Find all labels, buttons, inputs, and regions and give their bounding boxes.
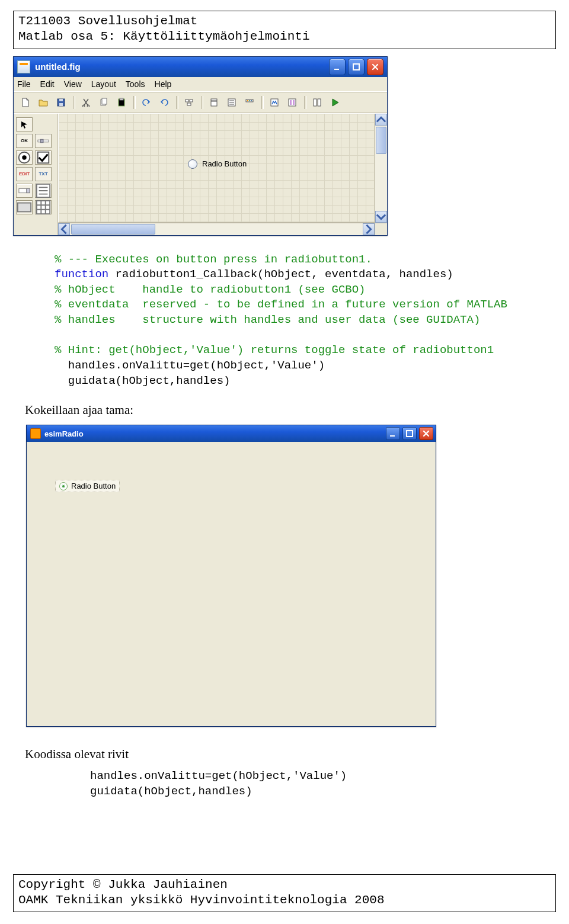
guide-menubar: File Edit View Layout Tools Help — [14, 77, 387, 92]
horizontal-scrollbar[interactable] — [58, 223, 375, 235]
tab-order-icon — [227, 98, 236, 107]
svg-rect-37 — [390, 435, 395, 437]
toolbar-property-inspector-button[interactable] — [284, 95, 301, 110]
toolbar-taborder-button[interactable] — [223, 95, 240, 110]
svg-rect-19 — [249, 100, 250, 101]
close-button[interactable] — [367, 59, 383, 75]
menu-layout[interactable]: Layout — [91, 79, 116, 89]
guide-app-icon — [17, 60, 30, 73]
toolbar-mfile-button[interactable] — [266, 95, 283, 110]
palette-select-tool[interactable] — [16, 117, 33, 131]
scroll-up-button[interactable] — [375, 114, 387, 126]
toolbar-separator — [176, 96, 178, 109]
esimradio-body: Radio Button — [27, 442, 436, 726]
scroll-right-button[interactable] — [363, 223, 375, 235]
esimradio-titlebar[interactable]: esimRadio — [27, 425, 436, 442]
palette-static-text[interactable]: TXT — [35, 167, 52, 181]
toolbar-copy-button[interactable] — [95, 95, 112, 110]
matlab-figure-icon — [30, 428, 41, 439]
svg-rect-22 — [289, 99, 296, 106]
canvas-radiobutton-widget[interactable]: Radio Button — [183, 158, 251, 170]
undo-icon — [142, 98, 151, 107]
code-line: guidata(hObject,handles) — [90, 785, 252, 798]
toolbar-paste-button[interactable] — [113, 95, 130, 110]
esimradio-radiobutton[interactable]: Radio Button — [55, 480, 120, 492]
vertical-scrollbar[interactable] — [375, 114, 387, 223]
palette-toggle[interactable] — [16, 200, 33, 214]
toolbar-redo-button[interactable] — [156, 95, 172, 110]
menu-view[interactable]: View — [64, 79, 82, 89]
svg-rect-20 — [251, 100, 252, 101]
table-icon — [36, 200, 51, 215]
svg-rect-26 — [318, 99, 321, 106]
code-line: guidata(hObject,handles) — [55, 374, 230, 387]
svg-rect-3 — [59, 103, 63, 106]
menu-tools[interactable]: Tools — [126, 79, 145, 89]
scroll-down-button[interactable] — [375, 211, 387, 223]
toolbar-browser-button[interactable] — [309, 95, 325, 110]
toolbar-separator — [261, 96, 264, 109]
horizontal-scroll-thumb[interactable] — [71, 224, 155, 235]
minimize-button[interactable] — [386, 427, 400, 440]
palette-checkbox[interactable] — [35, 150, 52, 165]
toolbar-toolbar-editor-button[interactable] — [241, 95, 258, 110]
toolbar-cut-button[interactable] — [78, 95, 94, 110]
palette-pushbutton[interactable]: OK — [16, 134, 33, 148]
radiobutton-icon — [17, 150, 32, 165]
toolbar-separator — [201, 96, 203, 109]
svg-rect-13 — [187, 103, 191, 105]
menu-help[interactable]: Help — [155, 79, 172, 89]
body-text-2: Koodissa olevat rivit — [25, 747, 556, 762]
toolbar-menueditor-button[interactable] — [206, 95, 222, 110]
svg-rect-25 — [314, 99, 317, 106]
toolbar-save-button[interactable] — [53, 95, 69, 110]
toolbar-run-button[interactable] — [327, 95, 343, 110]
palette-table[interactable] — [35, 200, 52, 214]
svg-rect-35 — [18, 203, 31, 211]
header-line1: T211003 Sovellusohjelmat — [18, 14, 551, 29]
maximize-button[interactable] — [402, 427, 417, 440]
palette-popup[interactable] — [16, 184, 33, 198]
palette-edit-text[interactable]: EDIT — [16, 167, 33, 181]
svg-rect-18 — [247, 100, 248, 101]
maximize-button[interactable] — [348, 59, 365, 75]
menu-editor-icon — [209, 98, 219, 107]
code-line: handles.onValittu=get(hObject,'Value') — [55, 359, 325, 372]
svg-rect-0 — [334, 69, 339, 70]
menu-file[interactable]: File — [17, 79, 31, 89]
guide-titlebar[interactable]: untitled.fig — [14, 57, 387, 77]
chevron-down-icon — [376, 211, 386, 222]
canvas-grid[interactable]: Radio Button — [58, 114, 375, 223]
cut-icon — [81, 98, 91, 107]
toolbar-new-button[interactable] — [17, 95, 34, 110]
guide-toolbar — [14, 92, 387, 113]
close-button[interactable] — [419, 427, 433, 440]
svg-rect-36 — [37, 200, 50, 213]
radio-selected-icon — [59, 482, 68, 490]
palette-radiobutton[interactable] — [16, 150, 33, 165]
code-line: % handles structure with handles and use… — [55, 313, 480, 326]
object-browser-icon — [312, 98, 322, 107]
code-line: % --- Executes on button press in radiob… — [55, 253, 372, 266]
palette-listbox[interactable] — [35, 184, 52, 198]
svg-rect-23 — [290, 100, 292, 105]
svg-rect-15 — [211, 101, 217, 106]
toolbar-open-button[interactable] — [35, 95, 52, 110]
toolbar-align-button[interactable] — [181, 95, 197, 110]
minimize-button[interactable] — [329, 59, 346, 75]
vertical-scroll-thumb[interactable] — [376, 127, 386, 154]
palette-slider[interactable] — [35, 134, 52, 148]
menu-edit[interactable]: Edit — [40, 79, 55, 89]
radio-icon — [188, 159, 197, 169]
open-folder-icon — [39, 98, 48, 107]
code-line: handles.onValittu=get(hObject,'Value') — [90, 769, 347, 782]
align-icon — [184, 98, 194, 107]
copy-icon — [99, 98, 108, 107]
property-inspector-icon — [287, 98, 297, 107]
run-icon — [330, 98, 340, 107]
code-line: % eventdata reserved - to be defined in … — [55, 298, 507, 311]
toolbar-undo-button[interactable] — [138, 95, 155, 110]
resize-grip[interactable] — [375, 223, 387, 235]
svg-rect-33 — [27, 188, 30, 192]
scroll-left-button[interactable] — [58, 223, 70, 235]
